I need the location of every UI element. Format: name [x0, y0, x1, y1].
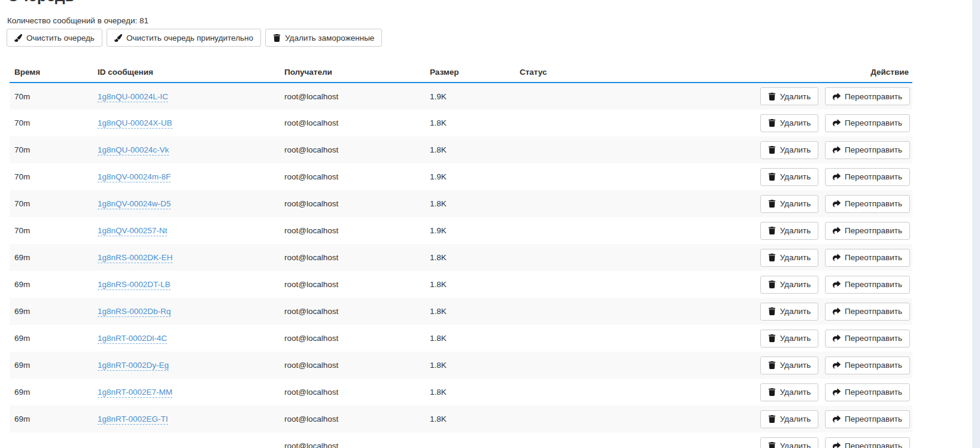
message-id-link[interactable]: 1g8nQV-00024m-8F	[98, 172, 171, 182]
recipients-cell: root@localhost	[280, 163, 425, 190]
trash-icon	[768, 227, 776, 234]
actions-cell: Удалить Переотправить	[688, 379, 912, 406]
resend-button[interactable]: Переотправить	[825, 330, 910, 348]
table-row: 70m 1g8nQV-00024m-8F root@localhost 1.9K…	[10, 163, 912, 190]
resend-button[interactable]: Переотправить	[825, 222, 910, 240]
col-header-message-id: ID сообщения	[93, 62, 280, 83]
trash-icon	[768, 254, 776, 261]
time-cell: 70m	[10, 190, 93, 217]
delete-button[interactable]: Удалить	[760, 437, 819, 448]
table-row: 69m 1g8nRS-0002DK-EH root@localhost 1.8K…	[10, 244, 912, 271]
resend-button[interactable]: Переотправить	[825, 168, 910, 186]
trash-icon	[768, 93, 776, 100]
message-id-link[interactable]: 1g8nQV-00024w-D5	[98, 199, 171, 209]
toolbar: Очистить очередь Очистить очередь принуд…	[7, 29, 972, 47]
delete-button-label: Удалить	[780, 253, 811, 262]
delete-button[interactable]: Удалить	[760, 87, 819, 105]
resend-button[interactable]: Переотправить	[825, 276, 910, 294]
delete-frozen-button[interactable]: Удалить замороженные	[265, 29, 382, 47]
actions-cell: Удалить Переотправить	[688, 83, 912, 109]
delete-button[interactable]: Удалить	[760, 356, 819, 374]
delete-button[interactable]: Удалить	[760, 410, 819, 428]
message-id-link[interactable]: 1g8nRT-0002Dy-Eg	[98, 361, 169, 371]
delete-button[interactable]: Удалить	[760, 141, 819, 159]
brush-icon	[114, 34, 122, 42]
delete-button[interactable]: Удалить	[760, 168, 819, 186]
message-id-link[interactable]: 1g8nRS-0002DT-LB	[98, 280, 171, 290]
trash-icon	[768, 307, 776, 315]
forward-arrow-icon	[833, 334, 841, 342]
clear-queue-label: Очистить очередь	[26, 33, 95, 42]
clear-queue-button[interactable]: Очистить очередь	[7, 29, 102, 47]
message-id-link[interactable]: 1g8nRT-0002EG-TI	[98, 415, 168, 425]
time-cell	[10, 432, 93, 448]
delete-button[interactable]: Удалить	[760, 303, 819, 321]
time-cell: 69m	[10, 271, 93, 298]
forward-arrow-icon	[833, 254, 841, 261]
delete-button[interactable]: Удалить	[760, 383, 819, 401]
status-cell	[515, 217, 688, 244]
message-id-link[interactable]: 1g8nRT-0002Dl-4C	[98, 334, 167, 344]
resend-button-label: Переотправить	[845, 253, 902, 262]
resend-button[interactable]: Переотправить	[825, 410, 910, 428]
delete-button[interactable]: Удалить	[760, 222, 819, 240]
resend-button[interactable]: Переотправить	[825, 356, 910, 374]
delete-button[interactable]: Удалить	[760, 276, 819, 294]
time-cell: 69m	[10, 325, 93, 352]
status-cell	[515, 190, 688, 217]
size-cell: 1.8K	[425, 379, 515, 406]
size-cell: 1.8K	[425, 271, 515, 298]
trash-icon	[768, 388, 776, 396]
recipients-cell: root@localhost	[280, 217, 425, 244]
size-cell: 1.9K	[425, 217, 515, 244]
table-row: 70m 1g8nQU-00024L-IC root@localhost 1.9K…	[10, 83, 912, 109]
size-cell	[425, 432, 515, 448]
resend-button[interactable]: Переотправить	[825, 303, 910, 321]
delete-button[interactable]: Удалить	[760, 249, 819, 267]
resend-button-label: Переотправить	[845, 361, 902, 370]
delete-button[interactable]: Удалить	[760, 330, 819, 348]
delete-button[interactable]: Удалить	[760, 195, 819, 213]
actions-cell: Удалить Переотправить	[688, 352, 912, 379]
actions-cell: Удалить Переотправить	[688, 298, 912, 325]
resend-button[interactable]: Переотправить	[825, 195, 910, 213]
delete-button[interactable]: Удалить	[760, 114, 819, 132]
size-cell: 1.8K	[425, 406, 515, 432]
resend-button[interactable]: Переотправить	[825, 87, 910, 105]
forward-arrow-icon	[833, 119, 841, 127]
message-id-cell: 1g8nRS-0002DK-EH	[93, 244, 280, 271]
resend-button[interactable]: Переотправить	[825, 141, 910, 159]
message-id-cell: 1g8nQU-00024L-IC	[93, 83, 280, 109]
message-id-cell: 1g8nQU-00024c-Vk	[93, 136, 280, 163]
recipients-cell: root@localhost	[280, 109, 425, 136]
delete-button-label: Удалить	[780, 334, 811, 343]
resend-button[interactable]: Переотправить	[825, 249, 910, 267]
forward-arrow-icon	[833, 93, 841, 100]
message-id-link[interactable]: 1g8nRS-0002Db-Rq	[98, 307, 171, 317]
time-cell: 69m	[10, 352, 93, 379]
message-id-link[interactable]: 1g8nRS-0002DK-EH	[98, 253, 172, 263]
table-row: 69m 1g8nRT-0002EG-TI root@localhost 1.8K…	[10, 406, 912, 432]
time-cell: 69m	[10, 379, 93, 406]
message-id-link[interactable]: 1g8nQV-000257-Nt	[98, 226, 167, 236]
forward-arrow-icon	[833, 200, 841, 208]
message-id-link[interactable]: 1g8nQU-00024X-UB	[98, 118, 172, 129]
resend-button[interactable]: Переотправить	[825, 437, 910, 448]
actions-cell: Удалить Переотправить	[688, 244, 912, 271]
status-cell	[515, 83, 688, 109]
trash-icon	[273, 34, 281, 42]
resend-button[interactable]: Переотправить	[825, 114, 910, 132]
actions-cell: Удалить Переотправить	[688, 163, 912, 190]
trash-icon	[768, 146, 776, 154]
time-cell: 70m	[10, 163, 93, 190]
resend-button[interactable]: Переотправить	[825, 383, 910, 401]
message-id-cell: 1g8nRS-0002DT-LB	[93, 271, 280, 298]
force-clear-queue-button[interactable]: Очистить очередь принудительно	[107, 29, 261, 47]
message-id-link[interactable]: 1g8nQU-00024c-Vk	[98, 145, 169, 156]
message-id-link[interactable]: 1g8nRT-0002E7-MM	[98, 388, 172, 398]
size-cell: 1.8K	[425, 136, 515, 163]
message-id-link[interactable]: 1g8nQU-00024L-IC	[98, 92, 168, 102]
status-cell	[515, 244, 688, 271]
table-row: root@localhost Удалить Переотправить	[10, 432, 912, 448]
trash-icon	[768, 119, 776, 127]
